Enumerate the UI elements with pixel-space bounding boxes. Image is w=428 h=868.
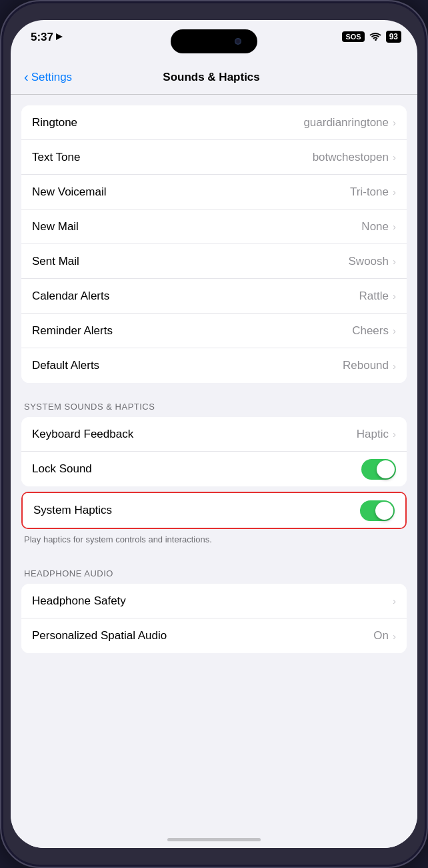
screen: 5:37 SOS 93 ‹: [11, 20, 417, 848]
chevron-right-icon: ›: [393, 290, 396, 302]
chevron-right-icon: ›: [393, 595, 396, 606]
row-label: Headphone Safety: [32, 594, 393, 608]
system-haptics-toggle[interactable]: [360, 500, 395, 521]
row-label: New Mail: [32, 220, 361, 234]
row-value: Haptic: [357, 428, 389, 441]
home-indicator: [167, 838, 261, 841]
row-label: Calendar Alerts: [32, 290, 359, 303]
phone-frame: 5:37 SOS 93 ‹: [0, 0, 428, 868]
chevron-right-icon: ›: [393, 186, 396, 197]
back-button[interactable]: ‹ Settings: [24, 70, 72, 85]
reminder-alerts-row[interactable]: Reminder Alerts Cheers ›: [21, 314, 407, 348]
default-alerts-row[interactable]: Default Alerts Rebound ›: [21, 348, 407, 383]
row-label: Personalized Spatial Audio: [32, 629, 373, 642]
system-haptics-footer: Play haptics for system controls and int…: [11, 529, 417, 555]
row-value: None: [361, 220, 389, 234]
row-value: guardianringtone: [303, 116, 389, 129]
row-label: Sent Mail: [32, 255, 349, 268]
back-chevron-icon: ‹: [24, 69, 29, 85]
row-value: Rattle: [359, 290, 389, 303]
list-item[interactable]: Text Tone botwchestopen ›: [21, 140, 407, 175]
sent-mail-row[interactable]: Sent Mail Swoosh ›: [21, 244, 407, 279]
scroll-content[interactable]: Ringtone guardianringtone › Text Tone bo…: [11, 95, 417, 848]
row-value: Tri-tone: [350, 185, 389, 199]
system-sounds-header: SYSTEM SOUNDS & HAPTICS: [11, 388, 417, 417]
headphone-audio-group: Headphone Safety › Personalized Spatial …: [21, 584, 407, 653]
dynamic-island: [171, 29, 257, 53]
personalized-spatial-audio-row[interactable]: Personalized Spatial Audio On ›: [21, 618, 407, 653]
lock-sound-row[interactable]: Lock Sound: [21, 452, 407, 486]
headphone-safety-row[interactable]: Headphone Safety ›: [21, 584, 407, 618]
row-value: Cheers: [352, 324, 389, 338]
toggle-knob: [377, 460, 395, 478]
row-label: Ringtone: [32, 116, 303, 129]
status-time: 5:37: [31, 31, 63, 44]
row-label: Lock Sound: [32, 462, 361, 476]
new-mail-row[interactable]: New Mail None ›: [21, 209, 407, 244]
row-label: Default Alerts: [32, 359, 343, 372]
chevron-right-icon: ›: [393, 630, 396, 642]
list-item[interactable]: New Voicemail Tri-tone ›: [21, 175, 407, 209]
row-label: Reminder Alerts: [32, 324, 352, 338]
toggle-knob: [375, 502, 393, 520]
row-value: On: [373, 629, 389, 642]
row-label: New Voicemail: [32, 185, 350, 199]
battery-icon: 93: [386, 31, 401, 43]
status-icons: SOS 93: [342, 31, 401, 43]
chevron-right-icon: ›: [393, 151, 396, 163]
headphone-audio-header: HEADPHONE AUDIO: [11, 555, 417, 584]
sos-badge: SOS: [342, 31, 364, 42]
chevron-right-icon: ›: [393, 117, 396, 128]
row-value: botwchestopen: [313, 151, 389, 164]
chevron-right-icon: ›: [393, 256, 396, 267]
system-sounds-group: Keyboard Feedback Haptic › Lock Sound: [21, 417, 407, 486]
chevron-right-icon: ›: [393, 221, 396, 232]
chevron-right-icon: ›: [393, 428, 396, 440]
lock-sound-toggle[interactable]: [361, 459, 396, 480]
system-haptics-row[interactable]: System Haptics: [23, 493, 405, 528]
calendar-alerts-row[interactable]: Calendar Alerts Rattle ›: [21, 279, 407, 314]
camera-dot: [235, 38, 241, 45]
row-label: Text Tone: [32, 151, 313, 164]
list-item[interactable]: Ringtone guardianringtone ›: [21, 105, 407, 140]
location-arrow-icon: [55, 33, 63, 42]
sound-rows-group: Ringtone guardianringtone › Text Tone bo…: [21, 105, 407, 383]
wifi-icon: [369, 32, 382, 41]
chevron-right-icon: ›: [393, 360, 396, 372]
row-value: Swoosh: [349, 255, 389, 268]
row-label: Keyboard Feedback: [32, 428, 357, 441]
keyboard-feedback-row[interactable]: Keyboard Feedback Haptic ›: [21, 417, 407, 452]
row-label: System Haptics: [33, 504, 360, 517]
row-value: Rebound: [343, 359, 389, 372]
nav-bar: ‹ Settings Sounds & Haptics: [11, 60, 417, 95]
system-haptics-highlighted-row: System Haptics: [21, 492, 407, 529]
page-title: Sounds & Haptics: [72, 71, 351, 84]
chevron-right-icon: ›: [393, 325, 396, 336]
